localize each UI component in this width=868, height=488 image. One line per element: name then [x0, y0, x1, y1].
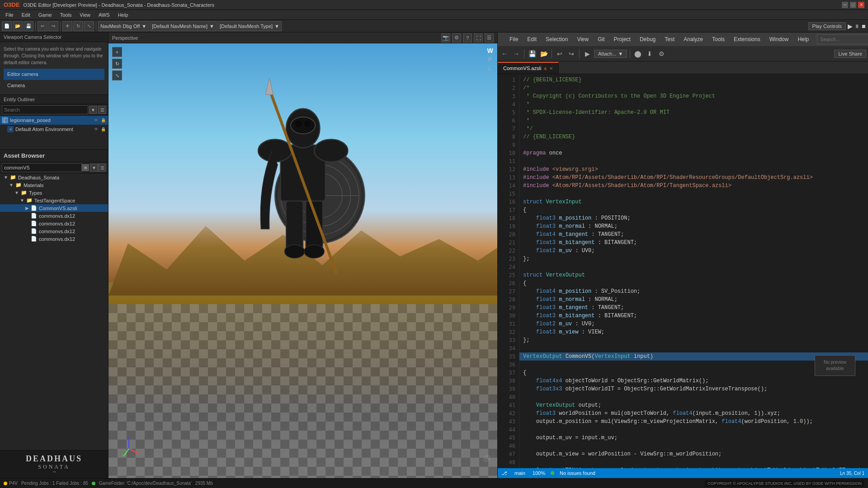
vscode-menu-tools[interactable]: Tools — [708, 33, 729, 46]
tree-label-types: Types — [29, 190, 42, 196]
play-pause-button[interactable]: ⏸ — [854, 23, 859, 29]
toolbar-sep-3 — [96, 22, 96, 31]
vscode-settings-btn[interactable]: ⚙ — [656, 49, 666, 59]
viewport-camera-btn[interactable]: 📷 — [441, 33, 450, 42]
asset-search-clear[interactable]: ✕ — [82, 164, 89, 171]
tree-label-deadhaus: Deadhaus_Sonata — [18, 175, 59, 180]
vscode-run-btn[interactable]: ▶ — [582, 49, 592, 59]
vscode-save-all-btn[interactable]: 💾 — [527, 49, 537, 59]
menu-game[interactable]: Game — [35, 11, 56, 19]
entity-lock-btn[interactable]: 🔒 — [100, 117, 106, 123]
vp-rotate-btn[interactable]: ↻ — [112, 59, 122, 69]
vscode-menu-analyze[interactable]: Analyze — [679, 33, 708, 46]
entity-default-atom[interactable]: ⚛ Default Atom Environment 👁 🔒 — [0, 125, 108, 134]
scale-btn[interactable]: ⤡ — [84, 21, 94, 31]
stop-button[interactable]: ⏹ — [861, 23, 866, 29]
menu-aws[interactable]: AWS — [95, 11, 113, 19]
live-share-button[interactable]: Live Share — [834, 50, 866, 58]
tree-commonvs[interactable]: ▶ 📄 CommonVS.azsli — [0, 204, 108, 212]
viewport-settings-btn[interactable]: ⚙ — [452, 33, 461, 42]
vscode-redo-btn[interactable]: ↪ — [566, 49, 576, 59]
vscode-menu-selection[interactable]: Selection — [541, 33, 572, 46]
asset-view-btn[interactable]: ☰ — [98, 164, 106, 172]
filter-btn[interactable]: ▼ — [89, 106, 97, 114]
toolbar-sep-1 — [35, 22, 36, 31]
vscode-menu-test[interactable]: Test — [660, 33, 679, 46]
redo-btn[interactable]: ↪ — [48, 21, 58, 31]
vscode-undo-btn[interactable]: ↩ — [555, 49, 565, 59]
code-content[interactable]: // {BEGIN_LICENSE} /* * Copyright (c) Co… — [519, 74, 868, 468]
outliner-toolbar: ▼ ☰ — [0, 104, 108, 116]
vscode-menu-project[interactable]: Project — [609, 33, 635, 46]
rotate-btn[interactable]: ↻ — [73, 21, 83, 31]
tree-deadhaus-sonata[interactable]: ▼ 📁 Deadhaus_Sonata — [0, 174, 108, 181]
vscode-menu-extensions[interactable]: Extensions — [729, 33, 765, 46]
vscode-step-btn[interactable]: ⬇ — [645, 49, 655, 59]
list-view-btn[interactable]: ☰ — [98, 106, 106, 114]
tree-materials[interactable]: ▼ 📁 Materials — [0, 181, 108, 189]
entity-atom-lock-btn[interactable]: 🔒 — [100, 126, 106, 132]
vscode-menu-debug[interactable]: Debug — [635, 33, 660, 46]
menu-file[interactable]: File — [2, 11, 17, 19]
save-btn[interactable]: 💾 — [24, 21, 33, 31]
vscode-search-input[interactable] — [817, 34, 868, 44]
vscode-menu-git[interactable]: Git — [593, 33, 609, 46]
menu-view[interactable]: View — [76, 11, 94, 19]
tree-commonvs-dx12-4[interactable]: 📄 commonvs.dx12 — [0, 235, 108, 243]
tree-commonvs-dx12-2[interactable]: 📄 commonvs.dx12 — [0, 220, 108, 227]
vscode-menu-window[interactable]: Window — [765, 33, 793, 46]
window-title: O3DE Editor [Developer Preview] - Deadha… — [23, 2, 838, 8]
minimize-button[interactable]: ─ — [842, 2, 848, 8]
vscode-menu-view[interactable]: View — [572, 33, 593, 46]
vscode-menu-file[interactable]: File — [505, 33, 523, 46]
attach-button[interactable]: Attach... ▼ — [594, 50, 627, 58]
logo-trademark: ™ — [4, 470, 104, 474]
play-controls-label[interactable]: Play Controls — [808, 22, 846, 30]
tree-testtangentspace[interactable]: ▼ 📁 TestTangentSpace — [0, 197, 108, 204]
vscode-zoom[interactable]: 100% — [533, 470, 545, 476]
undo-btn[interactable]: ↩ — [38, 21, 47, 31]
menu-tools[interactable]: Tools — [57, 11, 75, 19]
tree-commonvs-dx12-3[interactable]: 📄 commonvs.dx12 — [0, 227, 108, 235]
vp-scale-btn[interactable]: ⤡ — [112, 70, 122, 80]
vscode-menu-help[interactable]: Help — [793, 33, 813, 46]
menu-edit[interactable]: Edit — [18, 11, 34, 19]
viewport-menu-btn[interactable]: ☰ — [485, 33, 494, 42]
tab-commonvs[interactable]: CommonVS.azsli a ✕ — [498, 62, 559, 74]
vscode-forward-btn[interactable]: → — [511, 49, 521, 59]
camera-item[interactable]: Camera — [4, 80, 104, 91]
entity-legionnaire[interactable]: 🗿 legionnaire_posed 👁 🔒 — [0, 116, 108, 125]
tree-types[interactable]: ▼ 📁 Types — [0, 189, 108, 197]
tab-close-commonvs[interactable]: ✕ — [549, 66, 553, 71]
vscode-menu-edit[interactable]: Edit — [523, 33, 541, 46]
vscode-back-btn[interactable]: ← — [500, 49, 509, 59]
viewport-header: Perspective 📷 ⚙ ? ⛶ ☰ — [108, 33, 497, 43]
logo-line2: SONATA — [4, 464, 104, 470]
asset-filter-btn[interactable]: ▼ — [90, 164, 98, 172]
navmesh-debug-dropdown[interactable]: NavMesh Dbg Off ▼ — [98, 21, 149, 31]
vscode-breakpoint-btn[interactable]: ⬤ — [633, 49, 643, 59]
open-btn[interactable]: 📂 — [13, 21, 23, 31]
new-btn[interactable]: 📄 — [2, 21, 12, 31]
maximize-button[interactable]: □ — [850, 2, 856, 8]
move-btn[interactable]: ✛ — [62, 21, 72, 31]
tree-commonvs-dx12-1[interactable]: 📄 commonvs.dx12 — [0, 212, 108, 220]
entity-visible-btn[interactable]: 👁 — [93, 117, 99, 123]
close-button[interactable]: ✕ — [858, 2, 864, 8]
asset-search-input[interactable] — [2, 163, 82, 172]
entity-atom-visible-btn[interactable]: 👁 — [93, 126, 99, 132]
viewport-3d[interactable]: + ↻ ⤡ W P L X Y — [108, 43, 497, 478]
viewport-fullscreen-btn[interactable]: ⛶ — [474, 33, 483, 42]
code-editor[interactable]: 12345 678910 1112131415 1617181920 21222… — [498, 74, 868, 468]
vscode-open-btn[interactable]: 📂 — [539, 49, 549, 59]
navmesh-type-dropdown[interactable]: [Default NavMesh Type] ▼ — [217, 21, 282, 31]
editor-camera-item[interactable]: Editor camera — [4, 69, 104, 80]
tree-label-dx12-1: commonvs.dx12 — [39, 213, 75, 219]
viewport[interactable]: Perspective 📷 ⚙ ? ⛶ ☰ — [108, 33, 497, 478]
vp-add-btn[interactable]: + — [112, 47, 122, 57]
navmesh-name-dropdown[interactable]: [Default NavMesh Name] ▼ — [150, 21, 217, 31]
viewport-help-btn[interactable]: ? — [463, 33, 472, 42]
play-button[interactable]: ▶ — [848, 23, 853, 30]
menu-help[interactable]: Help — [114, 11, 132, 19]
entity-search-input[interactable] — [2, 105, 88, 114]
